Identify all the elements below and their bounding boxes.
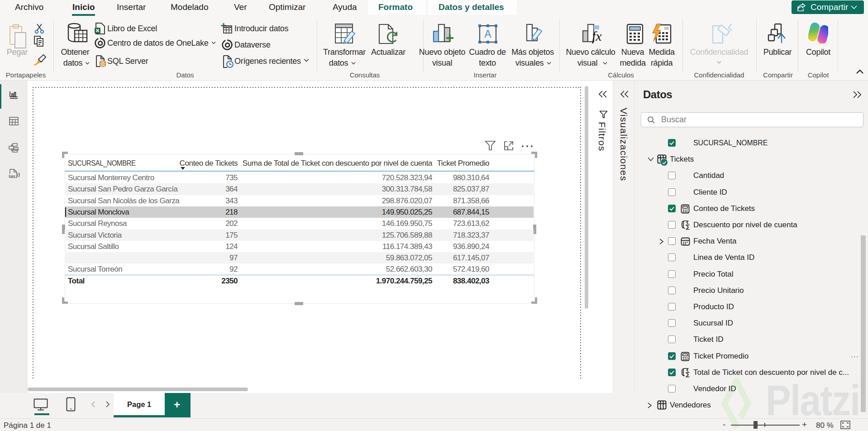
- svg-text:A: A: [484, 28, 491, 40]
- svg-text:fx: fx: [592, 29, 602, 43]
- svg-text:DAX: DAX: [9, 174, 16, 178]
